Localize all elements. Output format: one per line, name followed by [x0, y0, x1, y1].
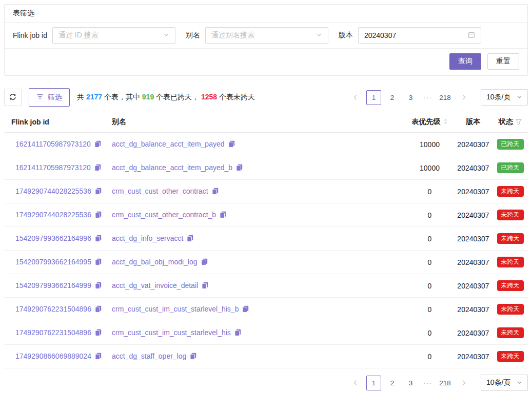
flink-job-id-link[interactable]: 1749290762231504896	[15, 305, 91, 313]
flink-job-id-link[interactable]: 1542097993662164996	[15, 234, 91, 242]
page-button-last[interactable]: 218	[438, 90, 452, 105]
alias-link[interactable]: crm_cust_cust_other_contract_b	[112, 211, 216, 219]
column-header-status[interactable]: 状态	[492, 112, 528, 133]
copy-icon[interactable]	[234, 329, 241, 338]
status-badge: 未跨天	[497, 257, 524, 267]
copy-icon[interactable]	[236, 164, 243, 173]
page-button-1[interactable]: 1	[366, 376, 381, 390]
version-date-value: 20240307	[364, 31, 396, 39]
page-button-2[interactable]: 2	[385, 90, 400, 105]
copy-icon[interactable]	[190, 353, 196, 361]
flink-job-id-link[interactable]: 1749290762231504896	[15, 328, 91, 337]
flink-job-id-select[interactable]: 通过 ID 搜索	[52, 27, 175, 44]
page-size-select[interactable]: 10条/页	[481, 89, 528, 106]
copy-icon[interactable]	[95, 353, 102, 361]
page-button-3[interactable]: 3	[403, 90, 418, 105]
copy-icon[interactable]	[95, 211, 102, 220]
page: 表筛选 Flink job id 通过 ID 搜索 别名 通过别名搜索	[0, 0, 532, 391]
flink-job-id-link[interactable]: 1542097993662164999	[15, 281, 91, 289]
query-button[interactable]: 查询	[449, 53, 481, 70]
refresh-button[interactable]	[4, 89, 22, 106]
alias-link[interactable]: acct_dg_info_servacct	[112, 234, 183, 242]
copy-icon[interactable]	[95, 329, 102, 338]
flink-job-id-link[interactable]: 1542097993662164995	[15, 258, 91, 266]
copy-icon[interactable]	[228, 140, 235, 149]
flink-job-id-link[interactable]: 1749290744028225536	[15, 187, 91, 195]
flink-job-id-link[interactable]: 1621411705987973120	[15, 163, 91, 172]
copy-icon[interactable]	[220, 211, 226, 220]
priority-value: 0	[405, 203, 454, 227]
page-button-last[interactable]: 218	[438, 376, 452, 390]
total-count: 2177	[86, 93, 102, 101]
copy-icon[interactable]	[95, 188, 102, 196]
copy-icon[interactable]	[202, 282, 208, 291]
chevron-down-icon	[163, 31, 169, 39]
version-value: 20240307	[454, 156, 492, 180]
page-size-select[interactable]: 10条/页	[481, 375, 528, 391]
sort-carets-icon[interactable]	[443, 118, 448, 127]
copy-icon[interactable]	[95, 235, 102, 243]
flink-job-id-label: Flink job id	[13, 31, 47, 39]
alias-link[interactable]: crm_cust_cust_other_contract	[112, 187, 208, 195]
column-header-priority[interactable]: 表优先级	[405, 112, 454, 133]
refresh-icon	[9, 93, 17, 102]
next-page-button[interactable]	[456, 90, 471, 105]
filter-button[interactable]: 筛选	[29, 88, 70, 107]
priority-value: 0	[405, 227, 454, 251]
filter-card-title: 表筛选	[13, 9, 34, 17]
next-page-button[interactable]	[456, 376, 471, 390]
summary-text: 个表，其中	[102, 93, 142, 101]
status-badge: 未跨天	[497, 304, 524, 315]
copy-icon[interactable]	[95, 258, 102, 267]
alias-label: 别名	[186, 31, 200, 40]
page-ellipsis[interactable]: ···	[422, 379, 434, 387]
status-badge: 未跨天	[497, 280, 524, 291]
page-button-2[interactable]: 2	[385, 376, 400, 390]
reset-button[interactable]: 重置	[487, 53, 519, 70]
alias-link[interactable]: acct_dg_staff_oper_log	[112, 352, 186, 360]
alias-link[interactable]: acct_dg_balance_acct_item_payed_b	[112, 163, 232, 172]
copy-icon[interactable]	[212, 188, 219, 196]
alias-select[interactable]: 通过别名搜索	[205, 27, 328, 44]
alias-link[interactable]: crm_cust_cust_im_cust_starlevel_his	[112, 328, 231, 337]
copy-icon[interactable]	[94, 140, 101, 149]
alias-field: 别名 通过别名搜索	[186, 27, 328, 44]
table-summary: 共 2177 个表，其中 919 个表已跨天， 1258 个表未跨天	[77, 93, 348, 102]
alias-link[interactable]: acct_dg_vat_invoice_detail	[112, 281, 198, 289]
page-size-label: 10条/页	[486, 378, 510, 387]
alias-link[interactable]: acct_dg_balance_acct_item_payed	[112, 140, 225, 148]
priority-value: 0	[405, 180, 454, 203]
version-value: 20240307	[454, 345, 492, 368]
page-button-3[interactable]: 3	[403, 376, 418, 390]
prev-page-button[interactable]	[348, 90, 363, 105]
prev-page-button[interactable]	[348, 376, 363, 390]
version-value: 20240307	[454, 203, 492, 227]
version-date-input[interactable]: 20240307	[358, 27, 481, 44]
page-ellipsis[interactable]: ···	[422, 93, 434, 101]
alias-link[interactable]: acct_dg_bal_obj_modi_log	[112, 258, 198, 266]
status-badge: 未跨天	[497, 186, 524, 197]
copy-icon[interactable]	[201, 258, 208, 267]
alias-link[interactable]: crm_cust_cust_im_cust_starlevel_his_b	[112, 305, 239, 313]
flink-job-id-link[interactable]: 1621411705987973120	[15, 140, 91, 148]
table-row: 1542097993662164995 acct_dg_bal_obj_modi…	[4, 251, 528, 274]
page-button-1[interactable]: 1	[366, 90, 381, 105]
top-pagination-bar: 1 2 3 ··· 218 10条/页	[348, 89, 528, 106]
column-header-version: 版本	[454, 112, 492, 133]
chevron-down-icon	[517, 93, 522, 101]
chevron-down-icon	[316, 31, 322, 39]
copy-icon[interactable]	[242, 305, 249, 314]
version-field: 版本 20240307	[339, 27, 481, 44]
copy-icon[interactable]	[95, 305, 102, 314]
table-row: 1621411705987973120 acct_dg_balance_acct…	[4, 133, 528, 156]
filter-funnel-icon[interactable]	[516, 118, 522, 127]
table-row: 1749290744028225536 crm_cust_cust_other_…	[4, 180, 528, 203]
copy-icon[interactable]	[94, 164, 101, 173]
priority-value: 10000	[405, 133, 454, 156]
version-value: 20240307	[454, 180, 492, 203]
uncrossed-count: 1258	[201, 93, 217, 101]
flink-job-id-link[interactable]: 1749290866069889024	[15, 352, 91, 360]
flink-job-id-link[interactable]: 1749290744028225536	[15, 211, 91, 219]
copy-icon[interactable]	[95, 282, 102, 291]
copy-icon[interactable]	[187, 235, 193, 243]
